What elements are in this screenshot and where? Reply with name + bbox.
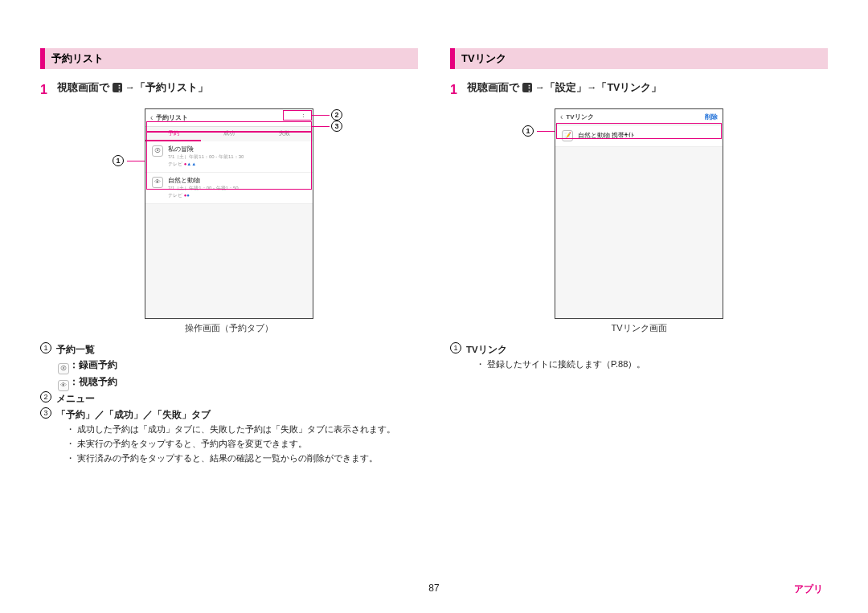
page-number: 87 <box>428 582 439 594</box>
back-icon: ‹ <box>560 112 563 121</box>
record-icon: ⦿ <box>152 145 163 157</box>
tvlink-item: 📝 自然と動物 携帯ｻｲﾄ <box>555 125 723 147</box>
section-title-right: TVリンク <box>450 48 828 69</box>
right-column: TVリンク 1 視聴画面で →「設定」→「TVリンク」 ‹ TVリンク 削除 📝… <box>450 48 828 465</box>
notes-right: 1TVリンク ・ 登録したサイトに接続します（P.88）。 <box>450 342 828 372</box>
menu-icon <box>522 83 532 92</box>
section-title-left: 予約リスト <box>40 48 418 69</box>
callout-2: 2 <box>331 109 342 121</box>
phone-header: ‹ TVリンク 削除 <box>555 109 723 125</box>
delete-label: 削除 <box>705 112 718 121</box>
tab-success: 成功 <box>201 127 256 141</box>
callout-1r: 1 <box>522 125 534 137</box>
view-icon: 👁 <box>152 177 163 188</box>
reservation-item: 👁 自然と動物 7/1（土）午後1：00 - 午後1：50 テレビ ●● <box>145 173 313 204</box>
phone-figure-left: ‹ 予約リスト ⋮ 予約 成功 失敗 ⦿ 私の冒険 7/1（土）午前11：00 … <box>40 108 418 319</box>
phone-header-title: TVリンク <box>566 112 593 121</box>
step-number-1: 1 <box>40 79 55 102</box>
record-icon: ⦿ <box>58 363 69 374</box>
phone-header: ‹ 予約リスト ⋮ <box>145 109 313 127</box>
step-1-left: 1 視聴画面で →「予約リスト」 <box>40 79 418 102</box>
bullet: ・ 実行済みの予約をタップすると、結果の確認と一覧からの削除ができます。 <box>66 452 418 466</box>
caption-left: 操作画面（予約タブ） <box>40 322 418 334</box>
phone-screen-left: ‹ 予約リスト ⋮ 予約 成功 失敗 ⦿ 私の冒険 7/1（土）午前11：00 … <box>145 108 313 319</box>
tabs-row: 予約 成功 失敗 <box>145 127 313 141</box>
leader-1r <box>537 131 555 132</box>
leader-2 <box>312 115 330 116</box>
reservation-item: ⦿ 私の冒険 7/1（土）午前11：00 - 午前11：30 テレビ ●▲▲ <box>145 141 313 173</box>
page-footer: 87 アプリ <box>0 582 868 594</box>
bullet: ・ 成功した予約は「成功」タブに、失敗した予約は「失敗」タブに表示されます。 <box>66 423 418 437</box>
step-number-1: 1 <box>450 79 465 102</box>
leader-3 <box>312 126 330 127</box>
view-icon: 👁 <box>58 380 69 391</box>
back-icon: ‹ <box>150 113 153 122</box>
phone-screen-right: ‹ TVリンク 削除 📝 自然と動物 携帯ｻｲﾄ <box>555 108 723 319</box>
phone-figure-right: ‹ TVリンク 削除 📝 自然と動物 携帯ｻｲﾄ 1 <box>450 108 828 319</box>
tab-fail: 失敗 <box>257 127 313 141</box>
leader-1 <box>127 161 145 161</box>
tab-reserve: 予約 <box>145 127 201 141</box>
bullet: ・ 未実行の予約をタップすると、予約内容を変更できます。 <box>66 437 418 452</box>
callout-1: 1 <box>113 155 124 166</box>
menu-dots-icon: ⋮ <box>299 112 308 123</box>
phone-header-title: 予約リスト <box>156 113 188 122</box>
memo-icon: 📝 <box>562 130 573 141</box>
menu-icon <box>113 83 122 92</box>
step-1-right: 1 視聴画面で →「設定」→「TVリンク」 <box>450 79 828 102</box>
caption-right: TVリンク画面 <box>450 322 828 334</box>
bullet: ・ 登録したサイトに接続します（P.88）。 <box>476 358 828 372</box>
left-column: 予約リスト 1 視聴画面で →「予約リスト」 ‹ 予約リスト ⋮ 予約 成功 <box>40 48 418 465</box>
notes-left: 1予約一覧 ⦿：録画予約 👁：視聴予約 2メニュー 3「予約」／「成功」／「失敗… <box>40 342 418 465</box>
callout-3: 3 <box>331 121 342 132</box>
footer-app-label: アプリ <box>794 582 823 596</box>
